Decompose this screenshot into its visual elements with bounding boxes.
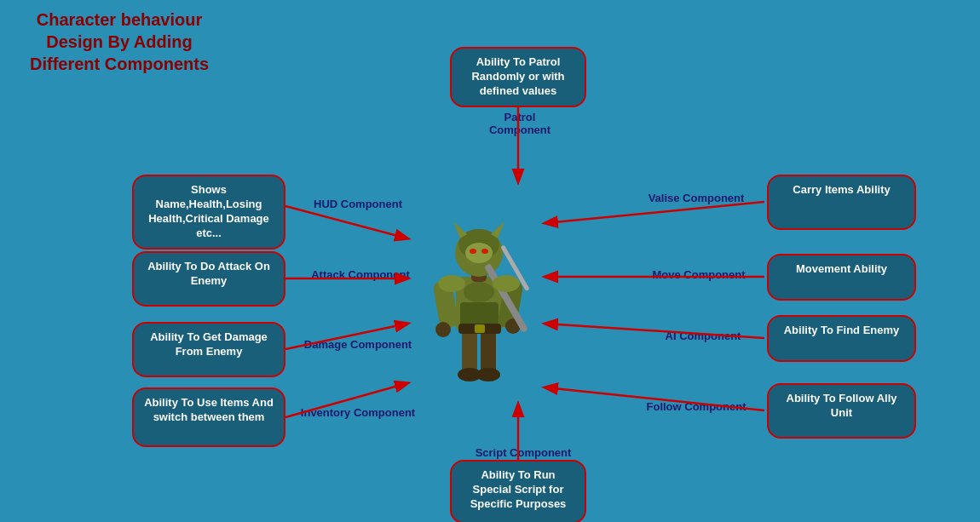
- move-label: Move Component: [648, 268, 750, 281]
- title-line2: Different Components: [30, 54, 209, 73]
- damage-label: Damage Component: [303, 338, 413, 351]
- svg-point-9: [435, 322, 451, 337]
- svg-point-5: [464, 282, 494, 302]
- svg-point-22: [493, 275, 520, 292]
- svg-point-3: [476, 368, 500, 381]
- follow-label: Follow Component: [641, 400, 752, 413]
- svg-line-31: [545, 202, 764, 223]
- valise-label: Valise Component: [641, 192, 752, 204]
- page-title: Character behaviour Design By Adding Dif…: [17, 9, 222, 75]
- attack-label: Attack Component: [305, 268, 416, 281]
- inventory-label: Inventory Component: [298, 406, 418, 419]
- hud-box: Shows Name,Health,Losing Health,Critical…: [132, 175, 285, 250]
- svg-line-27: [285, 206, 407, 238]
- ai-box: Ability To Find Enemy: [767, 315, 916, 362]
- title-line1: Character behaviour Design By Adding: [37, 10, 203, 51]
- svg-rect-24: [475, 324, 485, 333]
- inventory-box: Ability To Use Items And switch between …: [132, 387, 285, 447]
- move-box: Movement Ability: [767, 254, 916, 301]
- ai-label: AI Component: [656, 330, 750, 342]
- hud-label: HUD Component: [303, 198, 413, 210]
- script-box: Ability To Run Special Script for Specif…: [450, 460, 586, 522]
- svg-rect-1: [481, 328, 496, 375]
- patrol-label: Patrol Component: [477, 111, 562, 136]
- svg-point-16: [465, 243, 493, 263]
- valise-box: Carry Items Ability: [767, 175, 916, 230]
- follow-box: Ability To Follow Ally Unit: [767, 383, 916, 439]
- svg-rect-0: [462, 328, 477, 375]
- character-image: [409, 183, 545, 404]
- attack-box: Ability To Do Attack On Enemy: [132, 251, 285, 307]
- damage-box: Ability To Get Damage From Enemy: [132, 322, 285, 377]
- svg-point-18: [481, 249, 488, 254]
- patrol-box: Ability To Patrol Randomly or with defin…: [450, 47, 586, 107]
- script-label: Script Component: [472, 446, 574, 459]
- svg-point-21: [438, 275, 465, 292]
- svg-point-17: [470, 249, 476, 254]
